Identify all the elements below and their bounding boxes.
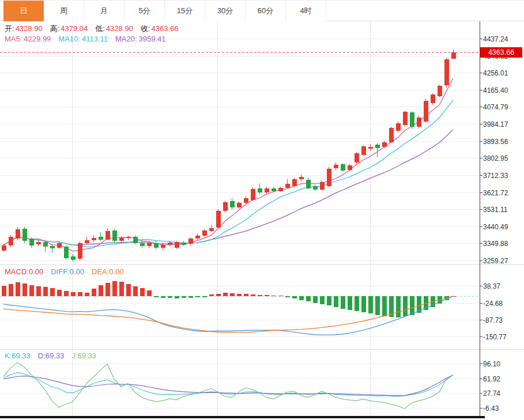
axis-tick-label: 3802.95 (483, 154, 508, 162)
candle[interactable] (216, 209, 221, 229)
candle[interactable] (182, 241, 186, 246)
macd-header: MACD:0.00 DIFF:0.00 DEA:0.00 (5, 267, 124, 276)
candle[interactable] (417, 116, 421, 128)
axis-tick-label: -24.68 (483, 300, 503, 308)
ohlc-close: 收:4363.66 (141, 24, 179, 34)
candle[interactable] (355, 152, 359, 165)
price-chart-canvas[interactable]: 4437.244346.624256.014165.404074.793984.… (0, 21, 524, 264)
candle[interactable] (431, 93, 435, 105)
ohlc-header: 开:4328.90 高:4379.04 低:4328.90 收:4363.66 (5, 24, 179, 34)
diff-label: DIFF: (51, 267, 70, 276)
candle[interactable] (50, 244, 55, 253)
candle[interactable] (348, 164, 352, 171)
candle[interactable] (306, 177, 311, 190)
d-legend: D:69.33 (38, 351, 65, 360)
kline-chart-app: 日周月5分15分30分60分4时 4437.244346.624256.0141… (0, 0, 524, 420)
candle[interactable] (133, 236, 138, 244)
axis-tick-label: 3621.72 (483, 189, 508, 197)
candle[interactable] (396, 122, 401, 132)
candle[interactable] (209, 225, 214, 232)
axis-tick-label: 3440.49 (483, 223, 508, 231)
ma5-legend: MA5:4229.99 (5, 35, 51, 43)
ma5-label: MA5: (5, 35, 22, 43)
ohlc-open: 开:4328.90 (5, 24, 43, 34)
axis-tick-label: 27.74 (483, 389, 500, 398)
candle[interactable] (285, 179, 290, 189)
axis-tick-label: 3984.17 (483, 120, 508, 128)
candle[interactable] (154, 241, 159, 249)
candle[interactable] (126, 236, 131, 240)
last-price-label: 4363.66 (480, 47, 522, 58)
high-value: 4379.04 (61, 24, 88, 33)
candle[interactable] (9, 235, 13, 247)
candle[interactable] (195, 233, 200, 240)
j-legend: J:69.33 (71, 351, 96, 360)
candle[interactable] (389, 127, 394, 143)
candle[interactable] (16, 227, 20, 241)
high-label: 高: (50, 24, 60, 33)
candle[interactable] (85, 237, 89, 244)
candle[interactable] (78, 241, 82, 260)
candle[interactable] (327, 167, 331, 187)
candle[interactable] (237, 202, 242, 209)
low-value: 4328.90 (106, 24, 133, 33)
j-value: 69.33 (78, 351, 97, 360)
candle[interactable] (36, 240, 41, 247)
open-label: 开: (5, 24, 14, 33)
candle[interactable] (341, 163, 345, 172)
low-label: 低: (95, 24, 105, 33)
candle[interactable] (202, 229, 207, 237)
candle[interactable] (22, 227, 27, 243)
candle[interactable] (334, 162, 338, 169)
kdj-header: K:69.33 D:69.33 J:69.33 (5, 351, 96, 360)
ohlc-low: 低:4328.90 (95, 24, 133, 34)
candle[interactable] (230, 198, 235, 210)
candle[interactable] (368, 144, 373, 151)
candle[interactable] (64, 245, 69, 260)
candle[interactable] (313, 184, 318, 191)
candle[interactable] (410, 111, 414, 129)
candle[interactable] (451, 50, 456, 59)
candle[interactable] (2, 244, 6, 252)
macd-histogram[interactable] (2, 281, 456, 317)
candle[interactable] (444, 58, 449, 88)
candle[interactable] (175, 241, 179, 249)
ma10-label: MA10: (58, 35, 80, 43)
k-value: 69.33 (12, 351, 31, 360)
candle[interactable] (92, 235, 96, 242)
j-label: J: (71, 351, 77, 360)
candle[interactable] (361, 145, 366, 157)
macd-chart-canvas[interactable]: 38.37-24.68-87.73-150.77 (0, 264, 524, 349)
candle[interactable] (278, 187, 283, 192)
ma20-label: MA20: (115, 35, 137, 43)
candle[interactable] (251, 187, 255, 201)
axis-tick-label: 4165.40 (483, 86, 508, 94)
candle[interactable] (403, 111, 408, 127)
candle[interactable] (320, 180, 325, 191)
candle[interactable] (105, 229, 110, 241)
k-legend: K:69.33 (5, 351, 31, 360)
axis-tick-label: 3259.27 (483, 257, 508, 265)
ma10-value: 4113.11 (82, 35, 108, 43)
candle[interactable] (43, 241, 48, 252)
candle[interactable] (189, 237, 193, 245)
axis-tick-label: 96.10 (483, 360, 500, 368)
candle[interactable] (223, 200, 228, 213)
j-line (3, 362, 453, 408)
axis-tick-label: 4437.24 (483, 35, 508, 43)
candle[interactable] (272, 187, 276, 192)
macd-value: 0.00 (29, 267, 43, 276)
candle[interactable] (424, 99, 428, 123)
ma20-legend: MA20:3959.41 (115, 35, 166, 43)
axis-tick-label: 61.92 (483, 375, 500, 383)
candle[interactable] (29, 237, 34, 248)
candle[interactable] (292, 178, 297, 187)
candle[interactable] (99, 232, 103, 241)
ma-header: MA5:4229.99 MA10:4113.11 MA20:3959.41 (5, 35, 166, 43)
candle[interactable] (438, 85, 442, 98)
candle[interactable] (112, 229, 117, 243)
dea-legend: DEA:0.00 (92, 267, 124, 276)
axis-tick-label: 4256.01 (483, 69, 508, 77)
diff-value: 0.00 (70, 267, 84, 276)
candle[interactable] (258, 183, 262, 194)
